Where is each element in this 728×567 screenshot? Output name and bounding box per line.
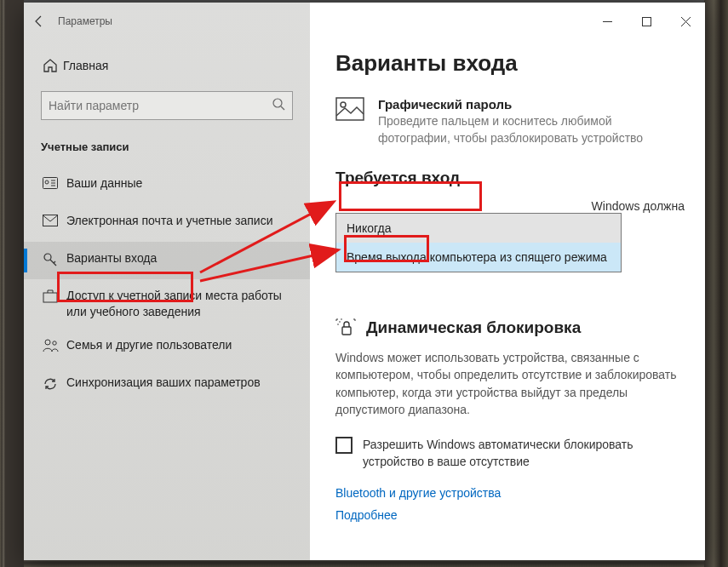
sidebar: Главная Учетные записи Ваши данные Элект… [24, 3, 310, 560]
svg-point-16 [45, 340, 50, 345]
nav-item-email[interactable]: Электронная почта и учетные записи [24, 204, 310, 242]
nav-item-work-access[interactable]: Доступ к учетной записи места работы или… [24, 279, 310, 329]
dynamic-lock-heading: Динамическая блокировка [366, 318, 581, 337]
require-signin-trail: Windows должна [592, 199, 685, 213]
svg-rect-11 [43, 215, 58, 226]
link-bluetooth[interactable]: Bluetooth и другие устройства [335, 486, 679, 500]
section-header: Учетные записи [24, 120, 310, 162]
svg-point-22 [337, 324, 339, 325]
nav-item-label: Ваши данные [66, 175, 298, 192]
svg-point-7 [45, 180, 49, 184]
svg-point-12 [44, 254, 51, 261]
key-icon [43, 252, 66, 267]
person-card-icon [43, 177, 66, 189]
dynamic-lock-checkbox-label: Разрешить Windows автоматически блокиров… [363, 437, 679, 470]
people-icon [43, 339, 66, 352]
svg-rect-1 [642, 17, 651, 26]
svg-rect-15 [43, 293, 57, 302]
picture-password-icon [335, 97, 364, 146]
dynamic-lock-icon [335, 318, 358, 337]
dynamic-lock-desc: Windows может использовать устройства, с… [335, 349, 679, 418]
svg-rect-20 [342, 327, 351, 335]
picture-password-title: Графический пароль [378, 97, 679, 112]
settings-window: Параметры Главная Учетные записи [24, 3, 705, 560]
svg-point-21 [339, 321, 341, 323]
minimize-button[interactable] [588, 9, 627, 34]
search-box[interactable] [41, 91, 293, 120]
require-signin-heading: Требуется вход [335, 169, 679, 187]
require-signin-dropdown[interactable]: Никогда Время выхода компьютера из спяще… [335, 213, 622, 272]
maximize-button[interactable] [627, 9, 666, 34]
nav-item-your-info[interactable]: Ваши данные [24, 167, 310, 204]
nav-item-label: Семья и другие пользователи [66, 337, 298, 353]
back-button[interactable] [24, 3, 54, 40]
nav-item-label: Синхронизация ваших параметров [66, 375, 298, 391]
page-heading: Варианты входа [335, 50, 679, 77]
dropdown-option-never[interactable]: Никогда [336, 214, 621, 243]
svg-line-5 [281, 106, 284, 110]
titlebar: Параметры [24, 3, 705, 40]
sync-icon [43, 376, 66, 392]
nav-item-family[interactable]: Семья и другие пользователи [24, 329, 310, 366]
home-icon [43, 58, 63, 73]
dynamic-lock-checkbox-row[interactable]: Разрешить Windows автоматически блокиров… [335, 437, 679, 470]
mail-icon [43, 215, 66, 226]
svg-rect-18 [336, 98, 364, 120]
link-more[interactable]: Подробнее [335, 508, 679, 522]
svg-point-17 [53, 341, 56, 345]
search-icon [272, 97, 285, 114]
svg-point-4 [273, 99, 282, 107]
search-input[interactable] [49, 99, 272, 112]
dropdown-option-wake[interactable]: Время выхода компьютера из спящего режим… [336, 243, 621, 272]
svg-line-13 [50, 260, 56, 266]
svg-point-23 [341, 318, 342, 320]
close-button[interactable] [666, 9, 705, 34]
briefcase-icon [43, 289, 66, 303]
picture-password-row[interactable]: Графический пароль Проведите пальцем и к… [335, 97, 679, 146]
home-button[interactable]: Главная [24, 49, 310, 83]
nav-item-sync[interactable]: Синхронизация ваших параметров [24, 366, 310, 404]
svg-point-19 [341, 102, 346, 107]
nav-item-label: Электронная почта и учетные записи [66, 213, 298, 229]
window-title: Параметры [54, 15, 112, 27]
checkbox[interactable] [335, 437, 353, 454]
nav-item-label: Доступ к учетной записи места работы или… [66, 288, 298, 320]
nav-list: Ваши данные Электронная почта и учетные … [24, 162, 310, 404]
home-label: Главная [63, 59, 108, 72]
nav-item-signin-options[interactable]: Варианты входа [24, 242, 310, 279]
svg-line-14 [54, 261, 55, 263]
picture-password-desc: Проведите пальцем и коснитесь любимой фо… [378, 113, 679, 146]
main-content: Варианты входа Графический пароль Провед… [310, 3, 705, 560]
nav-item-label: Варианты входа [66, 250, 298, 266]
